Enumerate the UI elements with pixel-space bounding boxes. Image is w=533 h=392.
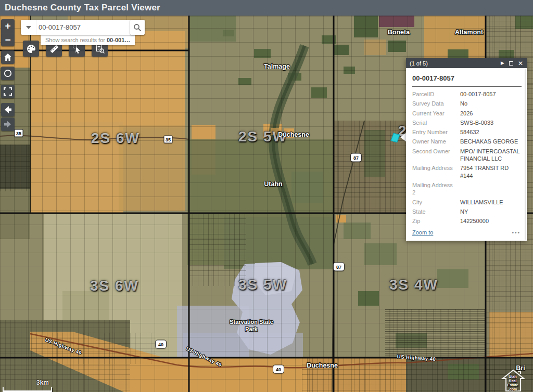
table-row: Owner Name BECHAKAS GEORGE	[412, 137, 522, 146]
field-label: State	[412, 208, 460, 215]
search-icon	[133, 23, 142, 32]
table-row: ParcelID 00-0017-8057	[412, 89, 522, 99]
field-label: Serial	[412, 119, 460, 126]
tax-parcel-viewer-app: 2S 6W 2S 5W 2S 4W 3S 6W 3S 5W 3S 4W Talm…	[0, 0, 533, 392]
search-suggestion[interactable]: Show search results for 00-001…	[41, 35, 135, 45]
palette-icon	[26, 44, 36, 54]
home-icon	[4, 53, 12, 61]
field-value: WILLIAMSVILLE	[460, 199, 522, 206]
popup-scrollbar[interactable]	[525, 69, 526, 240]
field-value: SWS-B-0033	[460, 119, 522, 126]
locate-button[interactable]	[1, 67, 15, 80]
table-row: Second Owner MPO/ INTERCOASTAL FINANCIAL…	[412, 147, 522, 164]
chevron-down-icon	[26, 26, 31, 29]
field-value: 2026	[460, 110, 522, 117]
logo-line: .com	[501, 387, 525, 391]
zoom-out-button[interactable]: −	[1, 33, 15, 46]
divider	[412, 86, 522, 87]
field-value: 584632	[460, 128, 522, 136]
field-value: BECHAKAS GEORGE	[460, 138, 522, 145]
field-label: Current Year	[412, 110, 460, 117]
field-label: Owner Name	[412, 138, 460, 145]
field-value: No	[460, 100, 522, 107]
zoom-control: + −	[1, 19, 15, 46]
maximize-icon[interactable]	[509, 61, 513, 66]
next-extent-button[interactable]	[1, 117, 15, 131]
field-label: Mailing Address 2	[412, 181, 460, 197]
field-label: Entry Number	[412, 128, 460, 136]
field-value: 142250000	[460, 217, 522, 225]
search-button[interactable]	[130, 20, 145, 35]
table-row: Mailing Address 7954 TRANSIT RD #144	[412, 163, 522, 180]
basemap-gallery-button[interactable]	[23, 41, 39, 57]
popup-footer: Zoom to •••	[412, 226, 522, 237]
scale-text: 3km	[36, 379, 49, 386]
feature-popup: (1 of 5) ▶ ✕ 00-0017-8057 ParcelID 00-00…	[406, 58, 527, 241]
field-value: MPO/ INTERCOASTAL FINANCIAL LLC	[460, 148, 522, 163]
page-title: Duchesne County Tax Parcel Viewer	[5, 3, 160, 13]
field-value: 7954 TRANSIT RD #144	[460, 164, 522, 179]
scale-bar	[3, 387, 52, 392]
table-row: Entry Number 584632	[412, 127, 522, 137]
zoom-to-link[interactable]: Zoom to	[412, 229, 433, 236]
suggestion-term: 00-001…	[107, 37, 130, 43]
table-row: State NY	[412, 207, 522, 216]
home-button[interactable]	[1, 50, 15, 64]
logo-line: Estate	[501, 383, 525, 387]
forward-arrow-icon	[3, 120, 12, 129]
search-bar: ✕	[21, 20, 145, 35]
logo-line: Utah	[501, 375, 525, 379]
field-label: City	[412, 199, 460, 206]
extent-button[interactable]	[1, 85, 15, 98]
table-row: Zip 142250000	[412, 216, 522, 226]
table-row: City WILLIAMSVILLE	[412, 198, 522, 207]
suggestion-text: Show search results for	[45, 37, 107, 43]
table-row: Survey Data No	[412, 99, 522, 108]
field-value: 00-0017-8057	[460, 90, 522, 98]
table-row: Current Year 2026	[412, 109, 522, 118]
table-row: Mailing Address 2	[412, 180, 522, 198]
zoom-in-button[interactable]: +	[1, 19, 15, 33]
close-popup-button[interactable]: ✕	[518, 60, 523, 67]
field-label: Mailing Address	[412, 164, 460, 179]
previous-extent-button[interactable]	[1, 103, 15, 116]
popup-body: 00-0017-8057 ParcelID 00-0017-8057 Surve…	[406, 68, 527, 241]
field-value: NY	[460, 208, 522, 215]
extent-icon	[3, 87, 12, 96]
locate-icon	[3, 69, 12, 78]
next-feature-button[interactable]: ▶	[501, 61, 504, 66]
more-actions-button[interactable]: •••	[512, 230, 521, 236]
field-value	[460, 181, 522, 197]
table-row: Serial SWS-B-0033	[412, 118, 522, 127]
search-input[interactable]	[36, 20, 131, 35]
app-header: Duchesne County Tax Parcel Viewer	[0, 0, 533, 16]
utahrealestate-logo: Utah Real Estate .com	[501, 369, 526, 392]
logo-line: Real	[501, 379, 525, 383]
search-source-dropdown[interactable]	[21, 20, 36, 35]
field-label: Survey Data	[412, 100, 460, 107]
field-label: ParcelID	[412, 90, 460, 98]
popup-pager: (1 of 5)	[410, 60, 501, 67]
logo-text: Utah Real Estate .com	[501, 375, 525, 391]
popup-header[interactable]: (1 of 5) ▶ ✕	[406, 58, 527, 68]
back-arrow-icon	[3, 105, 12, 114]
popup-title: 00-0017-8057	[412, 72, 522, 86]
field-label: Second Owner	[412, 148, 460, 163]
field-label: Zip	[412, 217, 460, 225]
